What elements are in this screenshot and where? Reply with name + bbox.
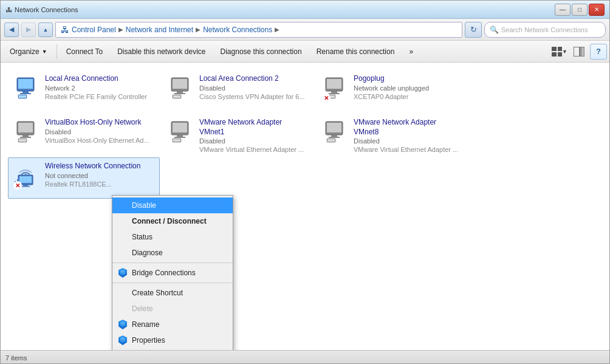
breadcrumb-item-3[interactable]: Network Connections bbox=[203, 26, 272, 34]
preview-pane-button[interactable] bbox=[571, 44, 588, 60]
network-item[interactable]: Wireless Network ConnectionNot connected… bbox=[8, 157, 160, 199]
rename-label: Rename this connection bbox=[317, 47, 395, 56]
svg-rect-7 bbox=[18, 79, 33, 89]
svg-point-46 bbox=[24, 174, 27, 176]
wireless-icon bbox=[13, 163, 40, 190]
context-menu-item-label: Diagnose bbox=[132, 249, 163, 257]
network-item[interactable]: VirtualBox Host-Only NetworkDisabledVirt… bbox=[8, 114, 160, 155]
lan-icon bbox=[168, 75, 194, 102]
organize-label: Organize bbox=[10, 47, 39, 56]
network-item[interactable]: VMware Network Adapter VMnet1DisabledVMw… bbox=[162, 114, 314, 155]
context-menu-separator bbox=[112, 263, 233, 263]
item-adapter: VMware Virtual Ethernet Adapter ... bbox=[199, 145, 309, 154]
window-icon: 🖧 bbox=[5, 6, 12, 13]
breadcrumb-icon: 🖧 bbox=[61, 25, 69, 35]
context-menu-item-label: Rename bbox=[132, 320, 159, 329]
back-button[interactable]: ◀ bbox=[4, 22, 19, 37]
context-menu: DisableConnect / DisconnectStatusDiagnos… bbox=[112, 195, 233, 350]
network-item[interactable]: Local Area Connection 2DisabledCisco Sys… bbox=[162, 70, 314, 111]
svg-rect-32 bbox=[177, 135, 183, 137]
svg-rect-43 bbox=[19, 176, 32, 183]
connect-to-button[interactable]: Connect To bbox=[60, 43, 110, 60]
item-name: Local Area Connection 2 bbox=[199, 74, 309, 84]
svg-rect-5 bbox=[581, 47, 584, 57]
svg-rect-41 bbox=[327, 139, 335, 142]
context-menu-item[interactable]: Status bbox=[112, 229, 233, 245]
svg-rect-14 bbox=[177, 91, 183, 93]
minimize-button[interactable]: — bbox=[555, 4, 571, 16]
context-menu-item-label: Disable bbox=[132, 201, 156, 210]
context-menu-item[interactable]: Rename bbox=[112, 317, 233, 332]
toolbar-separator-1 bbox=[57, 44, 57, 59]
status-text: 7 items bbox=[5, 354, 27, 362]
context-menu-item[interactable]: Disable bbox=[112, 197, 233, 213]
svg-rect-31 bbox=[173, 123, 187, 132]
context-menu-item-label: Create Shortcut bbox=[132, 289, 183, 297]
svg-rect-33 bbox=[174, 137, 185, 138]
search-placeholder: Search Network Connections bbox=[501, 26, 588, 33]
context-menu-separator bbox=[112, 283, 233, 283]
shield-icon bbox=[117, 335, 128, 346]
item-status: Disabled bbox=[199, 137, 309, 145]
context-menu-item[interactable]: Diagnose bbox=[112, 245, 233, 261]
svg-rect-44 bbox=[23, 185, 28, 186]
main-content: Local Area ConnectionNetwork 2Realtek PC… bbox=[1, 63, 609, 350]
lan-icon bbox=[13, 75, 40, 102]
context-menu-item[interactable]: Create Shortcut bbox=[112, 285, 233, 301]
network-item[interactable]: PogoplugNetwork cable unpluggedXCETAP0 A… bbox=[317, 70, 468, 111]
search-box[interactable]: 🔍 Search Network Connections bbox=[484, 22, 606, 38]
context-menu-item-label: Status bbox=[132, 233, 152, 241]
svg-rect-29 bbox=[19, 139, 26, 142]
item-adapter: XCETAP0 Adapter bbox=[354, 92, 463, 101]
toolbar-right: ▼ ? bbox=[551, 44, 607, 60]
disable-label: Disable this network device bbox=[117, 47, 205, 56]
svg-rect-45 bbox=[21, 186, 30, 187]
breadcrumb-item-2[interactable]: Network and Internet bbox=[126, 26, 193, 34]
context-menu-item: Delete bbox=[112, 301, 233, 317]
item-name: Wireless Network Connection bbox=[45, 162, 154, 171]
context-menu-item[interactable]: Bridge Connections bbox=[112, 265, 233, 281]
network-item[interactable]: Local Area ConnectionNetwork 2Realtek PC… bbox=[8, 70, 160, 111]
close-button[interactable]: ✕ bbox=[589, 4, 605, 16]
svg-rect-2 bbox=[552, 52, 557, 57]
context-menu-item[interactable]: Properties bbox=[112, 332, 233, 348]
svg-rect-26 bbox=[22, 135, 29, 137]
diagnose-label: Diagnose this connection bbox=[221, 47, 302, 56]
context-menu-item-label: Delete bbox=[132, 304, 153, 313]
up-button[interactable]: ▲ bbox=[38, 22, 53, 37]
item-name: VirtualBox Host-Only Network bbox=[45, 118, 154, 128]
breadcrumb-item-1[interactable]: Control Panel bbox=[72, 26, 116, 34]
svg-rect-4 bbox=[574, 47, 580, 57]
more-label: » bbox=[409, 47, 413, 56]
diagnose-connection-button[interactable]: Diagnose this connection bbox=[214, 43, 309, 60]
svg-rect-27 bbox=[20, 137, 31, 138]
rename-connection-button[interactable]: Rename this connection bbox=[310, 43, 402, 60]
organize-button[interactable]: Organize ▼ bbox=[3, 43, 54, 60]
network-item[interactable]: VMware Network Adapter VMnet8DisabledVMw… bbox=[317, 114, 468, 155]
error-badge bbox=[322, 94, 331, 102]
more-options-button[interactable]: » bbox=[402, 43, 420, 60]
refresh-button[interactable]: ↻ bbox=[465, 22, 482, 38]
change-view-button[interactable]: ▼ bbox=[551, 44, 568, 60]
svg-rect-38 bbox=[331, 135, 337, 137]
help-button[interactable]: ? bbox=[590, 44, 607, 60]
file-area: Local Area ConnectionNetwork 2Realtek PC… bbox=[1, 63, 609, 350]
window-title: Network Connections bbox=[15, 6, 78, 13]
maximize-button[interactable]: □ bbox=[572, 4, 588, 16]
svg-rect-19 bbox=[327, 79, 341, 89]
forward-button[interactable]: ▶ bbox=[21, 22, 36, 37]
item-adapter: Realtek PCIe FE Family Controller bbox=[45, 92, 154, 101]
item-status: Disabled bbox=[354, 137, 463, 145]
svg-rect-20 bbox=[331, 91, 337, 93]
context-menu-item[interactable]: Connect / Disconnect bbox=[112, 213, 233, 229]
breadcrumb: 🖧 Control Panel ▶ Network and Internet ▶… bbox=[55, 22, 462, 38]
view-icon bbox=[552, 47, 562, 57]
shield-icon bbox=[117, 267, 128, 278]
disable-device-button[interactable]: Disable this network device bbox=[111, 43, 212, 60]
lan-icon bbox=[322, 75, 349, 102]
svg-rect-15 bbox=[174, 93, 185, 94]
status-bar: 7 items bbox=[1, 350, 609, 364]
svg-rect-11 bbox=[19, 95, 26, 98]
svg-rect-39 bbox=[329, 137, 340, 138]
lan-icon bbox=[322, 119, 349, 146]
